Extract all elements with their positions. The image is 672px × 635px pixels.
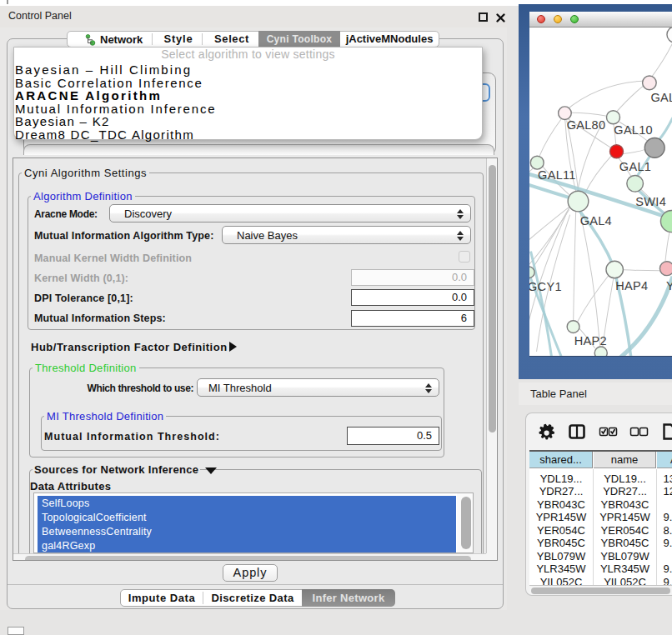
svg-text:GAL2: GAL2: [650, 91, 672, 104]
svg-text:SWI4: SWI4: [635, 195, 666, 208]
svg-text:Y: Y: [665, 279, 672, 292]
svg-text:HAP4: HAP4: [615, 279, 648, 292]
svg-text:GCY1: GCY1: [529, 279, 562, 292]
svg-text:GAL11: GAL11: [538, 168, 576, 181]
svg-text:GAL1: GAL1: [619, 160, 650, 173]
svg-text:HAP2: HAP2: [574, 334, 606, 348]
svg-text:GAL10: GAL10: [614, 123, 653, 137]
svg-text:GAL4: GAL4: [579, 213, 611, 227]
svg-text:GAL80: GAL80: [566, 118, 605, 132]
